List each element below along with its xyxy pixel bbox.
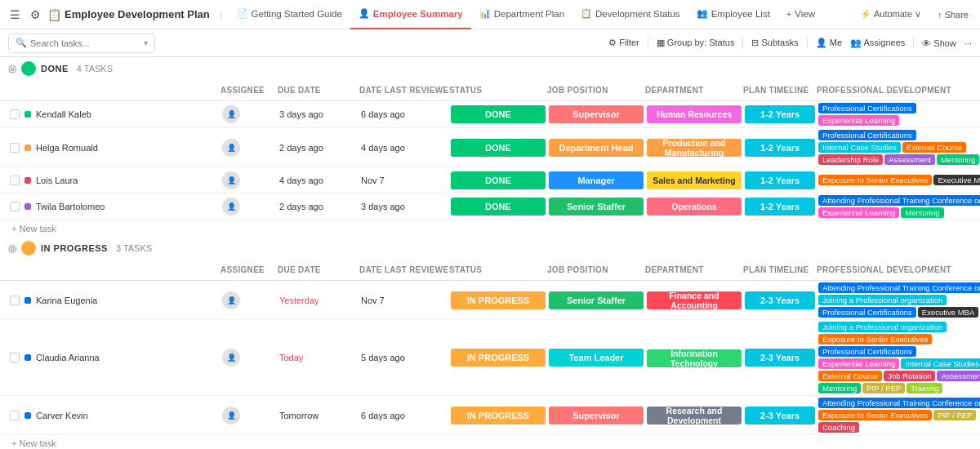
task-checkbox[interactable] xyxy=(10,353,20,362)
search-box[interactable]: 🔍 ▾ xyxy=(8,33,155,53)
job-position-badge[interactable]: Senior Staffer xyxy=(549,198,644,216)
section-toggle-in-progress[interactable]: ◎ xyxy=(8,242,16,254)
status-badge[interactable]: IN PROGRESS xyxy=(451,407,546,425)
dev-tag[interactable]: Mentoring xyxy=(937,154,979,165)
task-checkbox[interactable] xyxy=(10,109,20,119)
group-by-button[interactable]: ▦ Group by: Status xyxy=(657,38,735,48)
department-badge[interactable]: Production and Manufacturing xyxy=(647,139,742,157)
timeline-badge[interactable]: 1-2 Years xyxy=(745,198,815,216)
task-name-text[interactable]: Twila Bartolomeo xyxy=(36,202,105,211)
status-badge[interactable]: DONE xyxy=(451,171,546,189)
workspace-icon[interactable]: ⚙ xyxy=(27,7,44,23)
dev-tag[interactable]: Internal Case Studies xyxy=(818,142,901,153)
dev-tag[interactable]: Attending Professional Training Conferen… xyxy=(818,195,980,206)
status-badge[interactable]: DONE xyxy=(451,198,546,216)
dev-tag[interactable]: Executive MBA xyxy=(918,307,978,318)
dev-tag[interactable]: Exposure to Senior Executives xyxy=(818,410,932,420)
dev-tag[interactable]: Mentoring xyxy=(901,207,943,218)
job-position-badge[interactable]: Supervisor xyxy=(549,407,644,425)
search-dropdown-icon[interactable]: ▾ xyxy=(144,38,148,47)
share-button[interactable]: ↑ Share xyxy=(933,8,973,21)
timeline-badge[interactable]: 2-3 Years xyxy=(745,407,815,425)
task-name-text[interactable]: Kendall Kaleb xyxy=(36,109,91,119)
dev-tag[interactable]: Attending Professional Training Conferen… xyxy=(818,398,980,408)
dev-tag[interactable]: Experiential Learning xyxy=(818,358,899,369)
filter-button[interactable]: ⚙ Filter xyxy=(608,38,639,48)
section-toggle-done[interactable]: ◎ xyxy=(8,63,16,74)
dev-tag[interactable]: External Course xyxy=(902,142,966,153)
dev-tag[interactable]: Joining a Professional organization xyxy=(818,295,947,305)
status-badge[interactable]: DONE xyxy=(451,139,546,157)
tab-development-status[interactable]: 📋Development Status xyxy=(572,0,688,29)
department-badge[interactable]: Finance and Accounting xyxy=(647,291,742,309)
dev-tag[interactable]: External Course xyxy=(818,371,882,381)
dev-tag[interactable]: Joining a Professional organization xyxy=(818,322,947,332)
task-checkbox[interactable] xyxy=(10,202,20,211)
dev-tag[interactable]: Experiential Learning xyxy=(818,207,899,218)
dev-tag[interactable]: Mentoring xyxy=(818,383,861,393)
dev-tag[interactable]: Professional Certifications xyxy=(818,130,916,140)
more-button[interactable]: ··· xyxy=(964,38,972,48)
status-badge[interactable]: IN PROGRESS xyxy=(451,349,546,367)
job-position-badge[interactable]: Supervisor xyxy=(549,105,644,123)
job-position-badge[interactable]: Department Head xyxy=(549,139,644,157)
timeline-badge[interactable]: 1-2 Years xyxy=(745,171,815,189)
dev-tag[interactable]: Training xyxy=(906,383,942,393)
timeline-badge[interactable]: 2-3 Years xyxy=(745,291,815,309)
job-position-badge[interactable]: Senior Staffer xyxy=(549,291,644,309)
department-badge[interactable]: Operations xyxy=(647,198,742,216)
section-header-done[interactable]: ◎ DONE 4 TASKS xyxy=(0,57,980,80)
task-name-text[interactable]: Carver Kevin xyxy=(36,411,88,420)
assignees-button[interactable]: 👥 Assignees xyxy=(850,38,905,48)
task-name-text[interactable]: Claudia Arianna xyxy=(36,353,100,362)
new-task-button-done[interactable]: + New task xyxy=(0,220,980,237)
new-task-button-in-progress[interactable]: + New task xyxy=(0,435,980,449)
task-checkbox[interactable] xyxy=(10,296,20,305)
dev-tag[interactable]: Professional Certifications xyxy=(818,103,916,113)
tab-employee-list[interactable]: 👥Employee List xyxy=(688,0,778,29)
dev-tag[interactable]: Professional Certifications xyxy=(818,346,916,357)
task-checkbox[interactable] xyxy=(10,411,20,420)
job-position-badge[interactable]: Manager xyxy=(549,171,644,189)
department-badge[interactable]: Information Technology xyxy=(647,349,742,367)
me-button[interactable]: 👤 Me xyxy=(816,38,842,48)
task-checkbox[interactable] xyxy=(10,176,20,185)
automate-button[interactable]: ⚡ Automate ∨ xyxy=(855,7,926,21)
tab-employee-summary[interactable]: 👤Employee Summary xyxy=(350,0,471,29)
dev-tag[interactable]: Exposure to Senior Executives xyxy=(818,175,932,185)
job-position-badge[interactable]: Team Leader xyxy=(549,349,644,367)
search-input[interactable] xyxy=(30,38,140,48)
timeline-badge[interactable]: 1-2 Years xyxy=(745,139,815,157)
department-badge[interactable]: Human Resources xyxy=(647,105,742,123)
dev-tag[interactable]: Internal Case Studies xyxy=(901,358,980,369)
timeline-badge[interactable]: 2-3 Years xyxy=(745,349,815,367)
dev-tag[interactable]: Assessment xyxy=(884,154,935,165)
dev-tag[interactable]: Exposure to Senior Executives xyxy=(818,334,932,345)
department-badge[interactable]: Research and Development xyxy=(647,407,742,425)
dev-tag[interactable]: Job Rotation xyxy=(884,371,935,381)
task-name-text[interactable]: Karina Eugenia xyxy=(36,296,97,305)
tab-department-plan[interactable]: 📊Department Plan xyxy=(471,0,572,29)
task-name-text[interactable]: Lois Laura xyxy=(36,176,78,185)
department-badge[interactable]: Sales and Marketing xyxy=(647,171,742,189)
dev-tag[interactable]: Experiential Learning xyxy=(818,115,899,126)
task-checkbox[interactable] xyxy=(10,143,20,153)
status-badge[interactable]: DONE xyxy=(451,105,546,123)
tab-add-view[interactable]: +View xyxy=(778,0,823,29)
status-badge[interactable]: IN PROGRESS xyxy=(451,291,546,309)
subtasks-button[interactable]: ⊟ Subtasks xyxy=(751,38,798,48)
task-name-text[interactable]: Helga Romuald xyxy=(36,143,98,153)
dev-tag[interactable]: PIP / PEP xyxy=(862,383,905,393)
dev-tag[interactable]: Attending Professional Training Conferen… xyxy=(818,282,980,293)
dev-tag[interactable]: Assessment xyxy=(937,371,980,381)
dev-tag[interactable]: Executive MBA xyxy=(933,175,980,185)
menu-icon[interactable]: ☰ xyxy=(7,7,24,23)
timeline-badge[interactable]: 1-2 Years xyxy=(745,105,815,123)
dev-tag[interactable]: Coaching xyxy=(818,422,859,433)
tab-getting-started[interactable]: 📄Getting Started Guide xyxy=(229,0,350,29)
section-header-in-progress[interactable]: ◎ IN PROGRESS 3 TASKS xyxy=(0,237,980,260)
show-button[interactable]: 👁 Show xyxy=(922,38,956,48)
dev-tag[interactable]: PIP / PEP xyxy=(933,410,976,420)
dev-tag[interactable]: Professional Certifications xyxy=(818,307,916,318)
dev-tag[interactable]: Leadership Role xyxy=(818,154,883,165)
